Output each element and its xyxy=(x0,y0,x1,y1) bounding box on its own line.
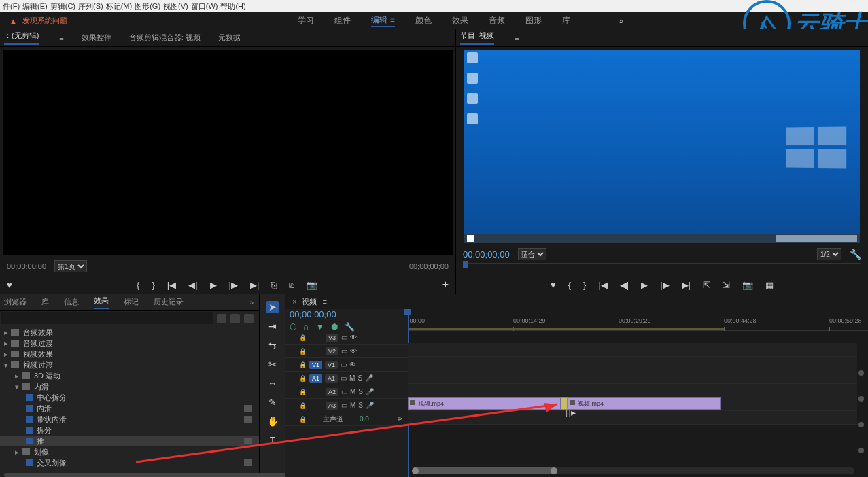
resolution-select[interactable]: 1/2 xyxy=(817,248,841,260)
source-out-timecode[interactable]: 00;00;00;00 xyxy=(409,262,449,270)
tree-item-内滑[interactable]: ▾内滑 xyxy=(0,381,259,392)
tree-item-拆分[interactable]: 拆分 xyxy=(0,425,259,436)
wrench-icon[interactable]: 🔧 xyxy=(345,322,355,332)
step-back-icon[interactable]: ◀| xyxy=(188,280,197,290)
lock-icon[interactable] xyxy=(299,402,307,409)
go-in-icon[interactable]: |◀ xyxy=(167,280,176,290)
timeline-ruler[interactable]: ;00;0000;00;14;2900;00;29;2900;00;44;280… xyxy=(408,309,868,331)
track-target[interactable]: A1 xyxy=(325,374,338,383)
track-target[interactable]: V2 xyxy=(326,347,338,355)
tab-效果[interactable]: 效果 xyxy=(94,296,109,309)
add-button-icon[interactable]: + xyxy=(442,279,449,291)
sequence-name[interactable]: 视频 xyxy=(302,297,317,307)
solo-icon[interactable]: S xyxy=(358,402,363,409)
mark-in-icon[interactable]: { xyxy=(137,280,139,290)
filter-accel-icon[interactable] xyxy=(217,314,226,323)
voice-icon[interactable]: 🎤 xyxy=(366,402,374,409)
eye-icon[interactable]: 👁 xyxy=(349,361,356,368)
track-target[interactable]: V3 xyxy=(326,334,338,342)
zoom-fit-select[interactable]: 适合 xyxy=(518,248,546,260)
step-back-icon[interactable]: ◀| xyxy=(620,280,629,290)
source-patch[interactable]: V1 xyxy=(309,361,322,369)
source-page-select[interactable]: 第1页 xyxy=(54,260,87,272)
lock-icon[interactable] xyxy=(299,361,307,368)
program-tab-menu-icon[interactable]: ≡ xyxy=(515,34,519,42)
tree-item-音频过渡[interactable]: ▸音频过渡 xyxy=(0,338,259,349)
tab-历史记录[interactable]: 历史记录 xyxy=(154,297,184,307)
menu-编辑(E)[interactable]: 编辑(E) xyxy=(22,1,48,12)
workspace-图形[interactable]: 图形 xyxy=(525,15,542,26)
lock-icon[interactable] xyxy=(299,388,307,395)
track-header-V2[interactable]: V2▭👁 xyxy=(285,344,408,358)
track-header-A1[interactable]: A1A1▭MS🎤 xyxy=(285,372,408,385)
workspace-效果[interactable]: 效果 xyxy=(452,15,468,26)
step-fwd-icon[interactable]: |▶ xyxy=(660,280,669,290)
tree-item-音频效果[interactable]: ▸音频效果 xyxy=(0,327,259,338)
filter-yuv-icon[interactable] xyxy=(244,314,254,323)
track-target[interactable]: A3 xyxy=(326,402,338,410)
ripple-tool-icon[interactable]: ⇆ xyxy=(266,339,279,351)
add-marker-icon[interactable]: ♥ xyxy=(551,280,556,290)
clip-0[interactable]: 视频.mp4 xyxy=(408,398,561,410)
pen-tool-icon[interactable]: ✎ xyxy=(266,396,279,408)
tab-标记[interactable]: 标记 xyxy=(124,297,139,307)
play-icon[interactable]: ▶ xyxy=(210,280,217,290)
tab-audio-clip-mixer[interactable]: 音频剪辑混合器: 视频 xyxy=(129,33,201,43)
toggle-output-icon[interactable]: ▭ xyxy=(341,388,347,395)
expand-icon[interactable]: ⫸ xyxy=(397,415,404,423)
eye-icon[interactable]: 👁 xyxy=(350,334,357,341)
tree-item-交叉划像[interactable]: 交叉划像 xyxy=(0,457,259,468)
export-frame-icon[interactable]: 📷 xyxy=(307,280,317,290)
tree-item-划像[interactable]: ▸划像 xyxy=(0,446,259,457)
tab-program[interactable]: 节目: 视频 xyxy=(460,31,494,45)
hand-tool-icon[interactable]: ✋ xyxy=(266,415,279,427)
panel-overflow-icon[interactable]: » xyxy=(249,298,254,306)
mark-in-icon[interactable]: { xyxy=(568,280,571,290)
solo-icon[interactable]: S xyxy=(358,374,362,382)
toggle-output-icon[interactable]: ▭ xyxy=(341,361,347,368)
track-target[interactable]: V1 xyxy=(325,361,338,369)
timeline-menu-icon[interactable]: ≡ xyxy=(322,298,326,306)
menu-标记(M)[interactable]: 标记(M) xyxy=(106,1,133,12)
link-icon[interactable]: ∩ xyxy=(303,322,309,332)
voice-icon[interactable]: 🎤 xyxy=(366,388,374,395)
timeline-content[interactable]: ;00;0000;00;14;2900;00;29;2900;00;44;280… xyxy=(408,309,868,477)
menu-窗口(W)[interactable]: 窗口(W) xyxy=(191,1,218,12)
mute-icon[interactable]: M xyxy=(350,388,355,395)
workspace-库[interactable]: 库 xyxy=(562,15,570,26)
lock-icon[interactable] xyxy=(299,374,307,382)
slip-tool-icon[interactable]: ↔ xyxy=(266,377,279,389)
marker-icon[interactable]: ▼ xyxy=(316,322,324,332)
menu-剪辑(C)[interactable]: 剪辑(C) xyxy=(50,1,75,12)
tab-menu-icon[interactable]: ≡ xyxy=(59,34,63,42)
track-header-V3[interactable]: V3▭👁 xyxy=(285,331,408,344)
tab-effect-controls[interactable]: 效果控件 xyxy=(82,33,111,43)
play-icon[interactable]: ▶ xyxy=(641,280,648,290)
tree-item-中心拆分[interactable]: 中心拆分 xyxy=(0,392,259,403)
menu-帮助(H)[interactable]: 帮助(H) xyxy=(220,1,245,12)
track-header-A3[interactable]: A3▭MS🎤 xyxy=(285,399,408,412)
workspace-音频[interactable]: 音频 xyxy=(489,15,505,26)
mute-icon[interactable]: M xyxy=(349,374,355,382)
tab-metadata[interactable]: 元数据 xyxy=(218,33,241,43)
step-fwd-icon[interactable]: |▶ xyxy=(229,280,238,290)
go-in-icon[interactable]: |◀ xyxy=(598,280,607,290)
overwrite-icon[interactable]: ⎚ xyxy=(289,280,294,290)
filter-32bit-icon[interactable] xyxy=(230,314,240,323)
eye-icon[interactable]: 👁 xyxy=(350,347,357,355)
track-header-V1[interactable]: V1V1▭👁 xyxy=(285,358,408,372)
toggle-output-icon[interactable]: ▭ xyxy=(341,374,347,382)
track-header-A2[interactable]: A2▭MS🎤 xyxy=(285,385,408,399)
mute-icon[interactable]: M xyxy=(350,402,355,409)
close-seq-icon[interactable]: × xyxy=(292,298,296,306)
tab-信息[interactable]: 信息 xyxy=(64,297,79,307)
tree-item-3D 运动[interactable]: ▸3D 运动 xyxy=(0,370,259,381)
tree-item-视频效果[interactable]: ▸视频效果 xyxy=(0,349,259,359)
tree-item-视频过渡[interactable]: ▾视频过渡 xyxy=(0,359,259,370)
timeline-timecode[interactable]: 00;00;00;00 xyxy=(290,309,408,319)
razor-tool-icon[interactable]: ✂ xyxy=(266,358,279,370)
menu-视图(V)[interactable]: 视图(V) xyxy=(163,1,188,12)
toggle-output-icon[interactable]: ▭ xyxy=(341,347,347,355)
toggle-output-icon[interactable]: ▭ xyxy=(341,334,347,341)
workspace-学习[interactable]: 学习 xyxy=(298,15,314,26)
